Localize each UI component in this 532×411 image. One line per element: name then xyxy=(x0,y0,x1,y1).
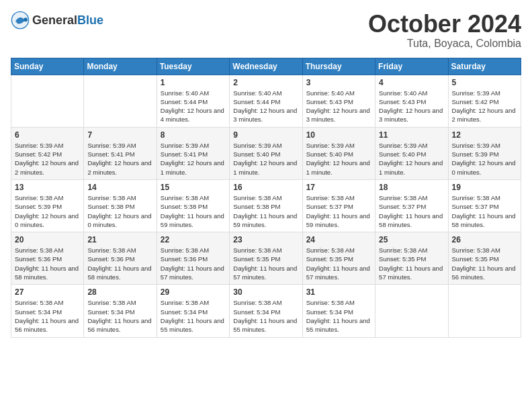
day-number: 18 xyxy=(379,183,444,192)
day-number: 30 xyxy=(233,287,298,297)
calendar-day-cell: 9Sunrise: 5:39 AM Sunset: 5:40 PM Daylig… xyxy=(230,127,302,179)
calendar-day-cell: 22Sunrise: 5:38 AM Sunset: 5:36 PM Dayli… xyxy=(157,232,229,285)
day-number: 20 xyxy=(15,235,80,244)
day-info: Sunrise: 5:38 AM Sunset: 5:37 PM Dayligh… xyxy=(452,193,517,229)
day-number: 12 xyxy=(452,130,517,140)
day-number: 13 xyxy=(15,183,80,192)
calendar-day-cell: 27Sunrise: 5:38 AM Sunset: 5:34 PM Dayli… xyxy=(11,285,84,337)
day-info: Sunrise: 5:38 AM Sunset: 5:35 PM Dayligh… xyxy=(233,246,298,281)
calendar-week-row: 1Sunrise: 5:40 AM Sunset: 5:44 PM Daylig… xyxy=(11,75,521,127)
day-number: 1 xyxy=(161,78,226,87)
calendar-day-cell: 19Sunrise: 5:38 AM Sunset: 5:37 PM Dayli… xyxy=(448,179,521,232)
calendar-day-cell: 3Sunrise: 5:40 AM Sunset: 5:43 PM Daylig… xyxy=(302,75,375,127)
calendar-week-row: 6Sunrise: 5:39 AM Sunset: 5:42 PM Daylig… xyxy=(11,127,521,179)
calendar-day-cell: 28Sunrise: 5:38 AM Sunset: 5:34 PM Dayli… xyxy=(84,285,157,337)
day-number: 11 xyxy=(379,130,444,140)
logo: General Blue xyxy=(11,11,103,30)
calendar-day-cell: 6Sunrise: 5:39 AM Sunset: 5:42 PM Daylig… xyxy=(11,127,84,179)
day-number: 27 xyxy=(15,287,80,297)
day-number: 16 xyxy=(233,183,298,192)
day-info: Sunrise: 5:38 AM Sunset: 5:37 PM Dayligh… xyxy=(306,193,371,229)
day-info: Sunrise: 5:38 AM Sunset: 5:36 PM Dayligh… xyxy=(15,246,80,281)
calendar-day-cell: 25Sunrise: 5:38 AM Sunset: 5:35 PM Dayli… xyxy=(375,232,448,285)
day-number: 19 xyxy=(452,183,517,192)
calendar-day-cell: 20Sunrise: 5:38 AM Sunset: 5:36 PM Dayli… xyxy=(11,232,84,285)
calendar-day-cell: 17Sunrise: 5:38 AM Sunset: 5:37 PM Dayli… xyxy=(302,179,375,232)
day-number: 15 xyxy=(161,183,226,192)
day-info: Sunrise: 5:38 AM Sunset: 5:34 PM Dayligh… xyxy=(15,298,80,334)
calendar-day-cell: 24Sunrise: 5:38 AM Sunset: 5:35 PM Dayli… xyxy=(302,232,375,285)
calendar-day-cell: 2Sunrise: 5:40 AM Sunset: 5:44 PM Daylig… xyxy=(230,75,302,127)
day-info: Sunrise: 5:39 AM Sunset: 5:40 PM Dayligh… xyxy=(233,141,298,177)
day-number: 29 xyxy=(161,287,226,297)
day-info: Sunrise: 5:38 AM Sunset: 5:35 PM Dayligh… xyxy=(306,246,371,281)
calendar-week-row: 13Sunrise: 5:38 AM Sunset: 5:39 PM Dayli… xyxy=(11,179,521,232)
calendar-table: SundayMondayTuesdayWednesdayThursdayFrid… xyxy=(11,58,521,338)
day-info: Sunrise: 5:39 AM Sunset: 5:42 PM Dayligh… xyxy=(452,89,517,124)
day-number: 3 xyxy=(306,78,371,87)
calendar-day-cell: 15Sunrise: 5:38 AM Sunset: 5:38 PM Dayli… xyxy=(157,179,229,232)
day-info: Sunrise: 5:38 AM Sunset: 5:34 PM Dayligh… xyxy=(306,298,371,334)
logo-blue-text: Blue xyxy=(77,13,103,28)
day-of-week-header: Monday xyxy=(84,58,157,75)
day-info: Sunrise: 5:40 AM Sunset: 5:44 PM Dayligh… xyxy=(233,89,298,124)
day-number: 28 xyxy=(87,287,152,297)
day-number: 21 xyxy=(87,235,152,244)
calendar-day-cell: 11Sunrise: 5:39 AM Sunset: 5:40 PM Dayli… xyxy=(375,127,448,179)
day-info: Sunrise: 5:39 AM Sunset: 5:42 PM Dayligh… xyxy=(15,141,80,177)
day-number: 23 xyxy=(233,235,298,244)
day-info: Sunrise: 5:38 AM Sunset: 5:34 PM Dayligh… xyxy=(161,298,226,334)
day-number: 5 xyxy=(452,78,517,87)
calendar-day-cell: 12Sunrise: 5:39 AM Sunset: 5:39 PM Dayli… xyxy=(448,127,521,179)
calendar-day-cell xyxy=(448,285,521,337)
day-info: Sunrise: 5:39 AM Sunset: 5:40 PM Dayligh… xyxy=(379,141,444,177)
calendar-day-cell xyxy=(11,75,84,127)
calendar-title-area: October 2024 Tuta, Boyaca, Colombia xyxy=(368,11,521,50)
day-info: Sunrise: 5:40 AM Sunset: 5:44 PM Dayligh… xyxy=(161,89,226,124)
calendar-day-cell: 10Sunrise: 5:39 AM Sunset: 5:40 PM Dayli… xyxy=(302,127,375,179)
calendar-day-cell: 26Sunrise: 5:38 AM Sunset: 5:35 PM Dayli… xyxy=(448,232,521,285)
day-info: Sunrise: 5:38 AM Sunset: 5:36 PM Dayligh… xyxy=(161,246,226,281)
day-of-week-header: Tuesday xyxy=(157,58,229,75)
calendar-day-cell: 4Sunrise: 5:40 AM Sunset: 5:43 PM Daylig… xyxy=(375,75,448,127)
day-number: 22 xyxy=(161,235,226,244)
day-info: Sunrise: 5:38 AM Sunset: 5:34 PM Dayligh… xyxy=(87,298,152,334)
calendar-week-row: 20Sunrise: 5:38 AM Sunset: 5:36 PM Dayli… xyxy=(11,232,521,285)
calendar-day-cell: 16Sunrise: 5:38 AM Sunset: 5:38 PM Dayli… xyxy=(230,179,302,232)
day-info: Sunrise: 5:39 AM Sunset: 5:39 PM Dayligh… xyxy=(452,141,517,177)
day-info: Sunrise: 5:39 AM Sunset: 5:41 PM Dayligh… xyxy=(87,141,152,177)
logo-icon xyxy=(11,11,30,30)
day-info: Sunrise: 5:38 AM Sunset: 5:35 PM Dayligh… xyxy=(379,246,444,281)
day-of-week-header: Saturday xyxy=(448,58,521,75)
day-info: Sunrise: 5:40 AM Sunset: 5:43 PM Dayligh… xyxy=(306,89,371,124)
day-info: Sunrise: 5:39 AM Sunset: 5:40 PM Dayligh… xyxy=(306,141,371,177)
day-of-week-header: Friday xyxy=(375,58,448,75)
calendar-day-cell: 13Sunrise: 5:38 AM Sunset: 5:39 PM Dayli… xyxy=(11,179,84,232)
day-info: Sunrise: 5:38 AM Sunset: 5:34 PM Dayligh… xyxy=(233,298,298,334)
day-info: Sunrise: 5:38 AM Sunset: 5:38 PM Dayligh… xyxy=(87,193,152,229)
calendar-day-cell xyxy=(84,75,157,127)
day-number: 8 xyxy=(161,130,226,140)
calendar-day-cell: 29Sunrise: 5:38 AM Sunset: 5:34 PM Dayli… xyxy=(157,285,229,337)
calendar-header-row: SundayMondayTuesdayWednesdayThursdayFrid… xyxy=(11,58,521,75)
location-title: Tuta, Boyaca, Colombia xyxy=(368,38,521,50)
calendar-day-cell: 7Sunrise: 5:39 AM Sunset: 5:41 PM Daylig… xyxy=(84,127,157,179)
day-number: 14 xyxy=(87,183,152,192)
calendar-day-cell: 31Sunrise: 5:38 AM Sunset: 5:34 PM Dayli… xyxy=(302,285,375,337)
day-number: 6 xyxy=(15,130,80,140)
day-info: Sunrise: 5:38 AM Sunset: 5:38 PM Dayligh… xyxy=(233,193,298,229)
day-info: Sunrise: 5:38 AM Sunset: 5:38 PM Dayligh… xyxy=(161,193,226,229)
calendar-day-cell: 14Sunrise: 5:38 AM Sunset: 5:38 PM Dayli… xyxy=(84,179,157,232)
day-number: 10 xyxy=(306,130,371,140)
calendar-day-cell: 8Sunrise: 5:39 AM Sunset: 5:41 PM Daylig… xyxy=(157,127,229,179)
calendar-day-cell: 5Sunrise: 5:39 AM Sunset: 5:42 PM Daylig… xyxy=(448,75,521,127)
logo-general-text: General xyxy=(32,13,77,28)
calendar-day-cell: 1Sunrise: 5:40 AM Sunset: 5:44 PM Daylig… xyxy=(157,75,229,127)
calendar-day-cell: 23Sunrise: 5:38 AM Sunset: 5:35 PM Dayli… xyxy=(230,232,302,285)
calendar-day-cell: 21Sunrise: 5:38 AM Sunset: 5:36 PM Dayli… xyxy=(84,232,157,285)
day-number: 24 xyxy=(306,235,371,244)
day-number: 31 xyxy=(306,287,371,297)
day-info: Sunrise: 5:38 AM Sunset: 5:35 PM Dayligh… xyxy=(452,246,517,281)
calendar-day-cell xyxy=(375,285,448,337)
day-number: 4 xyxy=(379,78,444,87)
